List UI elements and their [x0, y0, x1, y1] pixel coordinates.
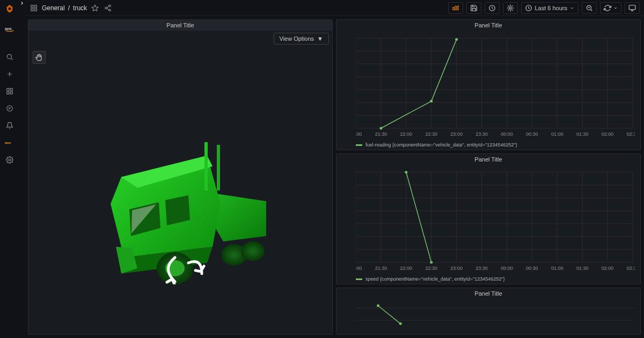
dashboard-settings-button[interactable]	[503, 2, 518, 14]
svg-rect-13	[34, 9, 36, 11]
history-button[interactable]	[485, 2, 500, 14]
svg-text:23:00: 23:00	[450, 266, 463, 271]
panel-title[interactable]: Panel Title	[336, 288, 640, 299]
svg-text:01:00: 01:00	[551, 266, 564, 271]
svg-marker-30	[165, 195, 190, 225]
svg-point-15	[109, 5, 111, 6]
svg-text:02:00: 02:00	[602, 266, 614, 271]
svg-rect-6	[10, 92, 12, 94]
svg-text:21:00: 21:00	[356, 131, 362, 137]
svg-text:22:00: 22:00	[400, 131, 413, 137]
svg-text:22:00: 22:00	[400, 266, 413, 271]
search-icon[interactable]	[1, 49, 18, 64]
svg-text:00:30: 00:30	[526, 266, 538, 271]
settings-icon[interactable]	[1, 152, 18, 167]
svg-text:21:30: 21:30	[375, 131, 387, 137]
alerting-icon[interactable]	[1, 118, 18, 133]
svg-text:01:00: 01:00	[551, 131, 564, 137]
breadcrumb-folder: General	[42, 4, 65, 12]
svg-text:01:30: 01:30	[576, 131, 589, 137]
panel-title[interactable]: Panel Title	[28, 20, 332, 31]
svg-text:01:30: 01:30	[576, 266, 589, 271]
svg-point-126	[377, 304, 379, 307]
svg-text:02:30: 02:30	[627, 131, 635, 137]
svg-text:aws: aws	[5, 141, 11, 144]
chart-legend[interactable]: fuel-reading {componentName="vehicle_dat…	[336, 142, 640, 150]
sidebar-expand-icon[interactable]	[19, 0, 25, 338]
svg-text:aws: aws	[5, 27, 12, 31]
svg-rect-12	[31, 9, 33, 11]
panel-title[interactable]: Panel Title	[336, 20, 640, 31]
svg-point-2	[7, 54, 11, 58]
svg-rect-11	[34, 5, 36, 7]
svg-marker-14	[92, 5, 98, 11]
svg-text:22:30: 22:30	[425, 131, 437, 137]
legend-swatch	[356, 144, 362, 146]
topbar: General / truck Last 6 hours	[25, 0, 644, 16]
truck-3d-model[interactable]	[68, 97, 293, 284]
svg-point-19	[510, 7, 512, 9]
breadcrumb[interactable]: General / truck	[42, 4, 87, 12]
share-icon[interactable]	[103, 3, 113, 13]
svg-point-0	[9, 8, 11, 10]
svg-rect-22	[629, 5, 635, 9]
svg-point-120	[405, 171, 407, 174]
svg-text:23:00: 23:00	[450, 131, 463, 137]
svg-point-78	[430, 100, 433, 102]
svg-text:21:00: 21:00	[356, 266, 362, 271]
save-button[interactable]	[466, 2, 481, 14]
chart-panel-3: Panel Title 400500	[336, 288, 641, 335]
svg-text:00:00: 00:00	[501, 131, 513, 137]
dashboards-icon[interactable]	[1, 84, 18, 99]
svg-text:02:00: 02:00	[602, 131, 614, 137]
explore-icon[interactable]	[1, 101, 18, 116]
chart-panel-2: Panel Title 101520253035404521:0021:3022…	[336, 153, 641, 284]
svg-point-16	[105, 7, 107, 9]
svg-rect-3	[7, 89, 9, 91]
panel-title[interactable]: Panel Title	[336, 154, 640, 165]
chart-legend[interactable]: speed {componentName="vehicle_data", ent…	[336, 276, 640, 284]
svg-text:23:30: 23:30	[475, 131, 488, 137]
chevron-down-icon: ▼	[317, 35, 323, 42]
grafana-logo[interactable]	[3, 3, 16, 16]
svg-rect-4	[10, 89, 12, 91]
kiosk-button[interactable]	[625, 2, 640, 14]
3d-viewport[interactable]	[28, 47, 332, 334]
aws-icon[interactable]: aws	[1, 135, 18, 150]
svg-rect-10	[31, 5, 33, 7]
svg-text:02:30: 02:30	[627, 266, 635, 271]
view-options-button[interactable]: View Options ▼	[274, 33, 330, 45]
breadcrumb-sep: /	[68, 4, 70, 12]
pan-tool-icon[interactable]	[33, 51, 46, 64]
chart-area[interactable]: 101520253035404521:0021:3022:0022:3023:0…	[336, 165, 640, 276]
star-icon[interactable]	[90, 3, 100, 13]
breadcrumb-name: truck	[73, 4, 87, 12]
svg-point-77	[379, 127, 382, 130]
add-panel-button[interactable]	[448, 2, 463, 14]
3d-viewer-panel: Panel Title View Options ▼	[28, 19, 333, 335]
svg-point-35	[241, 241, 265, 261]
chart-panel-1: Panel Title 203040506070809021:0021:3022…	[336, 19, 641, 150]
svg-point-17	[109, 9, 111, 11]
time-range-label: Last 6 hours	[535, 5, 567, 11]
dashboard-icon[interactable]	[29, 3, 39, 13]
aws-logo-icon[interactable]: aws	[1, 21, 18, 36]
chart-area[interactable]: 400500	[336, 299, 640, 334]
zoom-out-button[interactable]	[582, 2, 597, 14]
svg-point-121	[430, 261, 433, 264]
sidebar: aws aws	[0, 0, 19, 338]
svg-point-79	[455, 38, 458, 41]
svg-rect-27	[204, 142, 208, 190]
svg-text:21:30: 21:30	[375, 266, 387, 271]
refresh-button[interactable]	[600, 2, 621, 14]
chart-area[interactable]: 203040506070809021:0021:3022:0022:3023:0…	[336, 31, 640, 142]
time-range-picker[interactable]: Last 6 hours	[521, 2, 579, 14]
svg-text:23:30: 23:30	[475, 266, 488, 271]
svg-rect-28	[217, 145, 220, 190]
svg-text:00:30: 00:30	[526, 131, 538, 137]
plus-icon[interactable]	[1, 67, 18, 82]
svg-text:22:30: 22:30	[425, 266, 437, 271]
svg-point-9	[9, 159, 11, 161]
svg-point-127	[399, 322, 402, 325]
legend-swatch	[356, 278, 362, 280]
